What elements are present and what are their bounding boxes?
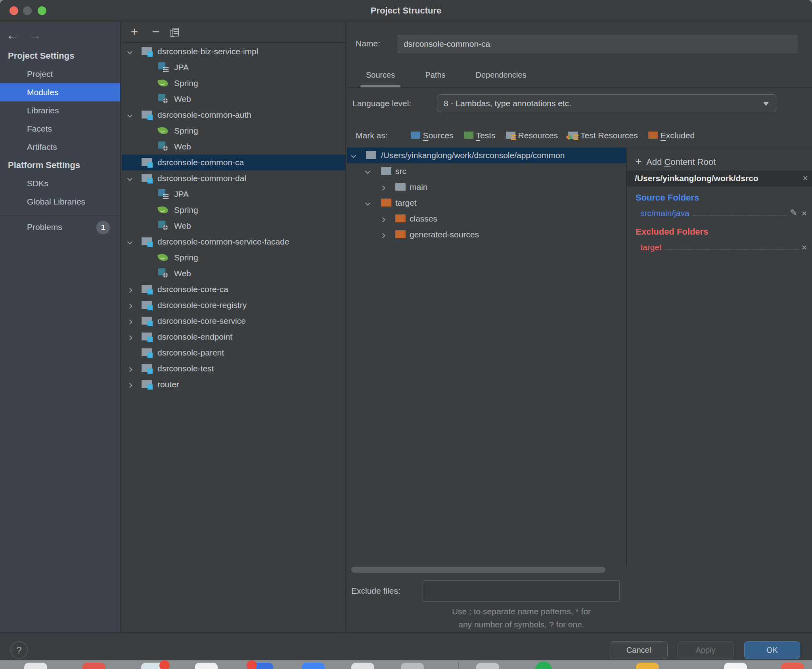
module-tree-item[interactable]: dsrconsole-common-ca — [122, 155, 345, 170]
help-button[interactable]: ? — [10, 641, 28, 659]
chevron-down-icon[interactable] — [365, 169, 370, 174]
remove-folder-icon[interactable]: ✕ — [801, 209, 807, 218]
dock-app-icon[interactable] — [476, 663, 499, 669]
content-root-tree-item[interactable]: src — [347, 163, 626, 179]
facet-tree-item[interactable]: Spring — [122, 75, 345, 91]
tab-paths[interactable]: Paths — [419, 67, 451, 87]
module-tree-item[interactable]: dsrconsole-core-service — [122, 313, 345, 329]
source-folder-row[interactable]: src/main/java✎✕ — [640, 206, 809, 218]
sidebar-item-global-libraries[interactable]: Global Libraries — [0, 193, 120, 211]
cancel-button[interactable]: Cancel — [610, 641, 668, 659]
facet-tree-item[interactable]: Web — [122, 139, 345, 155]
dock-app-icon[interactable] — [636, 663, 659, 669]
dock-app-icon[interactable] — [401, 663, 424, 669]
facet-tree-item[interactable]: Spring — [122, 202, 345, 218]
mark-as-label-text: Sources — [423, 131, 454, 140]
sidebar-item-project[interactable]: Project — [0, 65, 120, 83]
sidebar-item-problems[interactable]: Problems 1 — [0, 218, 120, 236]
dock-app-icon[interactable] — [302, 663, 325, 669]
chevron-down-icon[interactable] — [127, 239, 132, 245]
facet-tree-item[interactable]: Web — [122, 266, 345, 281]
mark-as-test-resources-button[interactable]: Test Resources — [568, 131, 638, 140]
chevron-down-icon[interactable] — [127, 113, 132, 118]
chevron-down-icon[interactable] — [351, 153, 356, 158]
back-arrow-icon[interactable]: ← — [6, 28, 19, 42]
dock-app-icon[interactable] — [82, 663, 105, 669]
mark-as-sources-button[interactable]: Sources — [411, 131, 454, 140]
copy-module-icon[interactable] — [172, 28, 179, 36]
facet-tree-item[interactable]: JPA — [122, 59, 345, 75]
content-root-tree-item[interactable]: main — [347, 179, 626, 195]
module-tree-item[interactable]: dsrconsole-common-service-facade — [122, 234, 345, 250]
add-content-root-button[interactable]: +Add Content Root — [636, 155, 716, 168]
horizontal-scrollbar[interactable] — [351, 567, 605, 573]
chevron-down-icon[interactable] — [127, 176, 132, 181]
dock-app-icon[interactable] — [535, 661, 552, 669]
content-root-tree-item[interactable]: classes — [347, 211, 626, 227]
module-tree-item[interactable]: dsrconsole-endpoint — [122, 329, 345, 345]
chevron-down-icon[interactable] — [127, 49, 132, 54]
module-tree-item[interactable]: dsrconsole-test — [122, 361, 345, 377]
sidebar-item-libraries[interactable]: Libraries — [0, 101, 120, 120]
tree-item-label: dsrconsole-common-auth — [157, 107, 251, 123]
dock-app-icon[interactable] — [781, 663, 804, 669]
tree-item-label: dsrconsole-core-ca — [157, 281, 228, 297]
dock-app-icon[interactable] — [195, 663, 218, 669]
content-root-tree-item[interactable]: target — [347, 195, 626, 211]
module-tree-item[interactable]: router — [122, 377, 345, 392]
dock-app-icon[interactable] — [351, 663, 374, 669]
ok-button[interactable]: OK — [744, 641, 800, 659]
folder-icon — [381, 199, 391, 206]
sidebar-item-facets[interactable]: Facets — [0, 120, 120, 138]
remove-folder-icon[interactable]: ✕ — [801, 243, 807, 252]
facet-tree-item[interactable]: Web — [122, 218, 345, 234]
mark-as-excluded-button[interactable]: Excluded — [648, 131, 695, 140]
language-level-select[interactable]: 8 - Lambdas, type annotations etc. — [437, 94, 776, 112]
excluded-folder-row[interactable]: target✕ — [640, 240, 809, 252]
tab-dependencies[interactable]: Dependencies — [470, 67, 532, 87]
spring-facet-icon — [157, 78, 169, 88]
sidebar-item-sdks[interactable]: SDKs — [0, 174, 120, 193]
facet-tree-item[interactable]: Web — [122, 91, 345, 107]
module-tree-item[interactable]: dsrconsole-core-registry — [122, 297, 345, 313]
facet-tree-item[interactable]: Spring — [122, 250, 345, 266]
chevron-down-icon[interactable] — [365, 201, 370, 206]
dock-app-icon[interactable] — [247, 660, 257, 669]
sidebar-item-modules[interactable]: Modules — [0, 83, 120, 101]
dock-app-icon[interactable] — [159, 660, 170, 669]
chevron-right-icon[interactable] — [127, 335, 132, 340]
module-tree-item[interactable]: dsrconsole-biz-service-impl — [122, 44, 345, 59]
module-tree-item[interactable]: dsrconsole-common-auth — [122, 107, 345, 123]
chevron-right-icon[interactable] — [380, 217, 385, 222]
chevron-right-icon[interactable] — [127, 383, 132, 388]
tab-sources[interactable]: Sources — [360, 67, 400, 87]
chevron-right-icon[interactable] — [127, 288, 132, 293]
add-module-button[interactable]: + — [127, 25, 142, 39]
folder-blue-icon — [411, 131, 421, 140]
mark-as-tests-button[interactable]: Tests — [464, 131, 496, 140]
remove-content-root-icon[interactable]: ✕ — [799, 174, 812, 183]
remove-module-button[interactable]: − — [149, 25, 163, 39]
module-name-input[interactable] — [398, 35, 797, 53]
exclude-files-input[interactable] — [423, 580, 620, 602]
folder-green-icon — [464, 131, 474, 140]
dock-app-icon[interactable] — [24, 663, 47, 669]
mark-as-resources-button[interactable]: Resources — [506, 131, 558, 140]
edit-folder-icon[interactable]: ✎ — [790, 208, 797, 218]
content-root-tree-item[interactable]: generated-sources — [347, 227, 626, 243]
dock-app-icon[interactable] — [724, 663, 747, 669]
facet-tree-item[interactable]: Spring — [122, 123, 345, 139]
content-root-tree-item[interactable]: /Users/yinkanglong/work/dsrconsole/app/c… — [347, 147, 626, 163]
chevron-right-icon[interactable] — [127, 304, 132, 309]
chevron-right-icon[interactable] — [127, 319, 132, 325]
spring-facet-icon — [157, 126, 169, 135]
chevron-right-icon[interactable] — [380, 185, 385, 191]
module-tree-item[interactable]: dsrconsole-common-dal — [122, 170, 345, 186]
sidebar-item-artifacts[interactable]: Artifacts — [0, 138, 120, 156]
module-tree-item[interactable]: dsrconsole-parent — [122, 345, 345, 361]
chevron-right-icon[interactable] — [127, 367, 132, 372]
chevron-right-icon[interactable] — [380, 233, 385, 238]
module-tree-item[interactable]: dsrconsole-core-ca — [122, 281, 345, 297]
facet-tree-item[interactable]: JPA — [122, 186, 345, 202]
language-level-value: 8 - Lambdas, type annotations etc. — [444, 99, 571, 108]
